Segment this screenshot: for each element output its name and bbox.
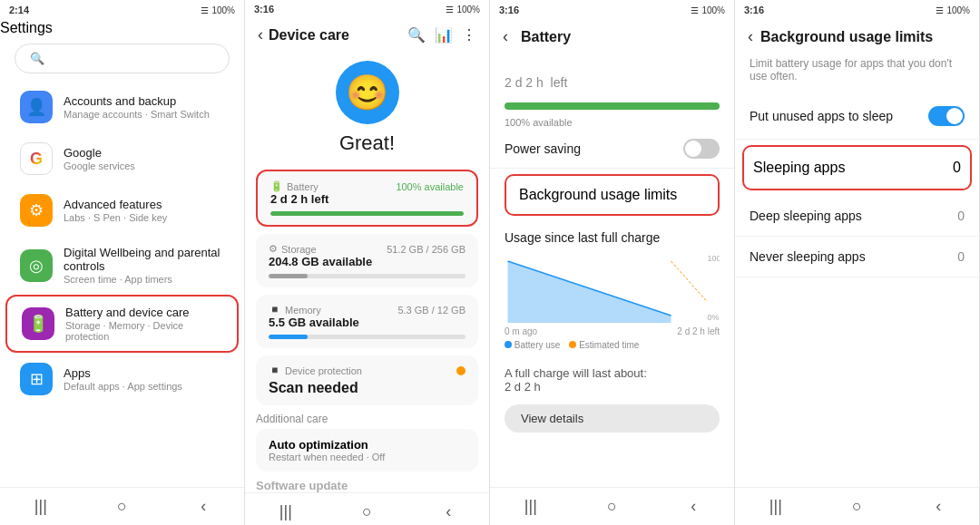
care-memory-detail: 5.3 GB / 12 GB xyxy=(397,305,466,316)
signal-icon-3: ☰ xyxy=(691,5,699,15)
bg-limits-highlighted-box[interactable]: Background usage limits xyxy=(505,174,720,216)
legend-estimated-item: Estimated time xyxy=(569,340,639,350)
toggle-knob xyxy=(685,141,701,157)
battery-available-text: 100% available xyxy=(490,115,734,130)
battery-use-dot xyxy=(505,341,512,348)
back-button-4[interactable]: ‹ xyxy=(748,27,753,46)
deep-sleeping-row[interactable]: Deep sleeping apps 0 xyxy=(735,196,979,237)
more-icon-2[interactable]: ⋮ xyxy=(462,26,476,44)
advanced-icon: ⚙ xyxy=(20,194,53,227)
never-sleeping-row[interactable]: Never sleeping apps 0 xyxy=(735,237,979,277)
accounts-icon: 👤 xyxy=(20,91,53,123)
google-title: Google xyxy=(64,146,224,160)
care-protection-label: ◾ Device protection xyxy=(269,365,362,376)
power-saving-row[interactable]: Power saving xyxy=(490,130,734,169)
screen-device-care: 3:16 ☰ 100% ‹ Device care 🔍 📊 ⋮ 😊 Great!… xyxy=(245,0,490,525)
advanced-text: Advanced features Labs · S Pen · Side ke… xyxy=(64,198,224,223)
usage-section: Usage since last full charge 100 0% 0 m … xyxy=(490,221,734,359)
never-sleeping-count: 0 xyxy=(957,249,965,264)
settings-list: 👤 Accounts and backup Manage accounts · … xyxy=(0,81,244,487)
deep-sleeping-label: Deep sleeping apps xyxy=(750,209,862,223)
settings-search[interactable]: 🔍 xyxy=(15,44,230,73)
care-storage-item[interactable]: ⚙ Storage 51.2 GB / 256 GB 204.8 GB avai… xyxy=(256,234,478,287)
care-memory-value: 5.5 GB available xyxy=(269,316,466,329)
settings-item-advanced[interactable]: ⚙ Advanced features Labs · S Pen · Side … xyxy=(5,185,239,236)
bottom-nav-4: ||| ○ ‹ xyxy=(735,487,979,525)
nav-recent-4[interactable]: ||| xyxy=(762,497,789,516)
put-unused-knob xyxy=(946,108,963,124)
back-button-3[interactable]: ‹ xyxy=(503,27,508,46)
care-battery-avail: 100% available xyxy=(396,181,464,192)
care-storage-label: ⚙ Storage xyxy=(269,243,317,255)
care-items-list: 🔋 Battery 100% available 2 d 2 h left ⚙ … xyxy=(245,170,489,405)
auto-sub: Restart when needed · Off xyxy=(269,452,466,462)
apps-subtitle: Default apps · App settings xyxy=(64,381,224,392)
bg-limits-page-title: Background usage limits xyxy=(760,29,933,45)
put-unused-row[interactable]: Put unused apps to sleep xyxy=(735,93,979,140)
status-bar-1: 2:14 ☰ 100% xyxy=(0,0,244,20)
nav-home-3[interactable]: ○ xyxy=(598,497,625,516)
settings-item-wellbeing[interactable]: ◎ Digital Wellbeing and parental control… xyxy=(5,237,239,294)
nav-back-2[interactable]: ‹ xyxy=(435,502,462,521)
settings-item-accounts[interactable]: 👤 Accounts and backup Manage accounts · … xyxy=(5,82,239,132)
nav-back-1[interactable]: ‹ xyxy=(190,497,217,516)
view-details-button[interactable]: View details xyxy=(505,404,720,433)
chart-icon[interactable]: 📊 xyxy=(435,26,453,44)
full-charge-text: A full charge will last about: 2 d 2 h xyxy=(490,359,734,401)
screen-battery: 3:16 ☰ 100% ‹ Battery 2 d 2 h left 100% … xyxy=(490,0,735,525)
accounts-subtitle: Manage accounts · Smart Switch xyxy=(64,109,224,120)
nav-recent-3[interactable]: ||| xyxy=(517,497,544,516)
legend-battery-item: Battery use xyxy=(505,340,560,350)
usage-title: Usage since last full charge xyxy=(505,230,720,245)
chart-legend: Battery use Estimated time xyxy=(505,340,720,350)
care-memory-item[interactable]: ◾ Memory 5.3 GB / 12 GB 5.5 GB available xyxy=(256,295,478,348)
settings-item-battery[interactable]: 🔋 Battery and device care Storage · Memo… xyxy=(5,295,239,353)
time-3: 3:16 xyxy=(499,5,519,15)
bottom-nav-2: ||| ○ ‹ xyxy=(245,492,489,525)
battery-text-1: 100% xyxy=(211,5,235,15)
smiley-face: 😊 xyxy=(336,61,399,124)
nav-back-3[interactable]: ‹ xyxy=(680,497,707,516)
put-unused-toggle[interactable] xyxy=(928,106,965,126)
apps-icon: ⊞ xyxy=(20,363,53,395)
search-icon-2[interactable]: 🔍 xyxy=(407,26,426,44)
auto-title: Auto optimization xyxy=(269,438,466,452)
status-icons-2: ☰ 100% xyxy=(446,5,480,15)
status-icons-4: ☰ 100% xyxy=(936,5,970,15)
nav-home-4[interactable]: ○ xyxy=(843,497,870,516)
nav-recent-1[interactable]: ||| xyxy=(27,497,54,516)
battery-screen-title: Battery xyxy=(521,29,721,45)
power-saving-toggle[interactable] xyxy=(683,139,720,159)
time-4: 3:16 xyxy=(744,5,764,15)
time-2: 3:16 xyxy=(254,4,274,15)
device-care-title: Device care xyxy=(269,27,407,44)
nav-home-2[interactable]: ○ xyxy=(353,502,380,521)
svg-marker-2 xyxy=(508,261,671,323)
status-bar-4: 3:16 ☰ 100% xyxy=(735,0,979,20)
status-bar-3: 3:16 ☰ 100% xyxy=(490,0,734,20)
additional-care-section: Additional care Auto optimization Restar… xyxy=(245,405,489,472)
storage-bar xyxy=(269,274,308,278)
care-battery-header: 🔋 Battery 100% available xyxy=(270,180,464,192)
signal-icon-4: ☰ xyxy=(936,5,944,15)
back-button-2[interactable]: ‹ xyxy=(258,25,263,44)
care-battery-item[interactable]: 🔋 Battery 100% available 2 d 2 h left xyxy=(256,170,478,227)
care-protection-item[interactable]: ◾ Device protection Scan needed xyxy=(256,355,478,405)
battery-bar xyxy=(270,211,464,216)
battery-text-2: 100% xyxy=(456,5,480,15)
sleeping-apps-highlighted[interactable]: Sleeping apps 0 xyxy=(742,145,972,190)
settings-item-google[interactable]: G Google Google services xyxy=(5,133,239,184)
auto-optimization-item[interactable]: Auto optimization Restart when needed · … xyxy=(256,429,478,472)
estimated-time-dot xyxy=(569,341,576,348)
settings-item-apps[interactable]: ⊞ Apps Default apps · App settings xyxy=(5,354,239,404)
battery-full-bar xyxy=(505,102,720,110)
nav-recent-2[interactable]: ||| xyxy=(272,502,299,521)
software-update-label: Software update xyxy=(245,472,489,492)
bg-limits-description: Limit battery usage for apps that you do… xyxy=(735,53,979,93)
nav-home-1[interactable]: ○ xyxy=(108,497,135,516)
nav-back-4[interactable]: ‹ xyxy=(925,497,952,516)
care-memory-label: ◾ Memory xyxy=(269,304,321,316)
additional-label: Additional care xyxy=(256,413,478,425)
battery-care-text: Battery and device care Storage · Memory… xyxy=(65,306,222,342)
chart-labels: 0 m ago 2 d 2 h left xyxy=(505,326,720,336)
